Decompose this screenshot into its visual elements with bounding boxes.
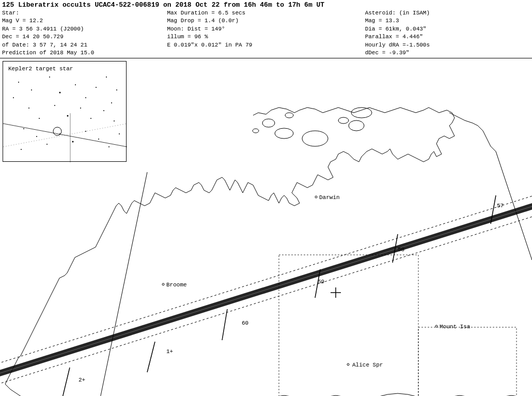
svg-point-39 xyxy=(285,113,293,118)
svg-point-15 xyxy=(90,118,91,119)
svg-point-16 xyxy=(103,110,104,111)
svg-point-9 xyxy=(116,89,117,90)
svg-line-49 xyxy=(147,342,155,372)
svg-line-43 xyxy=(0,214,532,387)
asteroid-ddec: dDec = -9.39" xyxy=(365,49,530,57)
svg-point-27 xyxy=(13,97,14,98)
svg-text:Darwin: Darwin xyxy=(319,194,340,201)
svg-point-12 xyxy=(54,105,55,106)
svg-point-11 xyxy=(39,118,40,119)
star-prediction: Prediction of 2018 May 15.0 xyxy=(2,49,167,57)
svg-point-26 xyxy=(119,133,120,134)
asteroid-dra: Hourly dRA =-1.500s xyxy=(365,41,530,49)
svg-point-35 xyxy=(262,119,275,127)
svg-point-28 xyxy=(21,149,22,150)
svg-point-36 xyxy=(349,120,364,131)
inset-box: Kepler2 target star xyxy=(3,61,127,162)
inset-svg xyxy=(3,62,127,162)
map-area: Kepler2 target star xyxy=(0,58,532,396)
svg-text:2+: 2+ xyxy=(79,377,85,383)
svg-text:59: 59 xyxy=(318,279,324,285)
svg-point-57 xyxy=(315,196,317,198)
svg-point-4 xyxy=(75,84,76,85)
svg-point-25 xyxy=(108,146,109,147)
star-ra: RA = 3 56 3.4911 (J2000) xyxy=(2,25,167,33)
svg-point-22 xyxy=(72,141,74,143)
info-col-star: Star: Mag V = 12.2 RA = 3 56 3.4911 (J20… xyxy=(2,9,167,57)
header: 125 Liberatrix occults UCAC4-522-006819 … xyxy=(0,0,532,58)
svg-text:1+: 1+ xyxy=(166,348,173,355)
svg-point-23 xyxy=(85,131,86,132)
star-dec: Dec = 14 20 50.729 xyxy=(2,33,167,41)
title: 125 Liberatrix occults UCAC4-522-006819 … xyxy=(2,1,530,9)
svg-text:57: 57 xyxy=(497,203,504,209)
svg-text:60: 60 xyxy=(242,320,248,326)
svg-point-40 xyxy=(253,129,259,133)
svg-point-3 xyxy=(59,92,61,94)
svg-point-13 xyxy=(67,115,69,117)
svg-point-8 xyxy=(111,102,112,103)
asteroid-parallax: Parallax = 4.446" xyxy=(365,33,530,41)
svg-point-18 xyxy=(23,128,24,129)
mag-drop: Mag Drop = 1.4 (0.0r) xyxy=(167,17,365,25)
svg-rect-56 xyxy=(418,327,517,396)
star-mag: Mag V = 12.2 xyxy=(2,17,167,25)
svg-point-14 xyxy=(80,108,81,109)
asteroid-label: Asteroid: (in ISAM) xyxy=(365,9,530,17)
asteroid-mag: Mag = 13.3 xyxy=(365,17,530,25)
illum: illum = 96 % xyxy=(167,33,365,41)
max-duration: Max Duration = 6.5 secs xyxy=(167,9,365,17)
svg-point-10 xyxy=(28,108,29,109)
asteroid-dia: Dia = 61km, 0.043" xyxy=(365,25,530,33)
info-col-asteroid: Asteroid: (in ISAM) Mag = 13.3 Dia = 61k… xyxy=(365,9,530,57)
svg-point-24 xyxy=(98,139,99,140)
svg-point-34 xyxy=(275,128,293,139)
svg-point-0 xyxy=(18,82,19,83)
svg-text:Alice Spr: Alice Spr xyxy=(352,362,383,368)
svg-point-59 xyxy=(162,283,164,285)
svg-point-33 xyxy=(302,131,328,146)
svg-point-61 xyxy=(435,325,437,327)
svg-text:Mount Isa: Mount Isa xyxy=(440,324,471,330)
svg-line-42 xyxy=(0,193,532,366)
svg-line-50 xyxy=(62,368,70,396)
svg-point-2 xyxy=(49,77,50,78)
info-grid: Star: Mag V = 12.2 RA = 3 56 3.4911 (J20… xyxy=(2,9,530,57)
svg-point-6 xyxy=(96,87,97,88)
svg-point-17 xyxy=(114,120,115,121)
moon-dist: Moon: Dist = 149° xyxy=(167,25,365,33)
svg-point-1 xyxy=(31,89,32,90)
star-ofdate: of Date: 3 57 7, 14 24 21 xyxy=(2,41,167,49)
svg-point-37 xyxy=(338,117,349,124)
svg-text:58: 58 xyxy=(398,247,404,253)
info-col-event: Max Duration = 6.5 secs Mag Drop = 1.4 (… xyxy=(167,9,365,57)
svg-point-63 xyxy=(347,363,349,365)
svg-point-5 xyxy=(85,97,86,98)
svg-text:Broome: Broome xyxy=(166,282,187,288)
svg-point-20 xyxy=(46,144,48,145)
svg-point-7 xyxy=(106,77,107,78)
star-label: Star: xyxy=(2,9,167,17)
error-ellipse: E 0.019"x 0.012" in PA 79 xyxy=(167,41,365,49)
svg-point-19 xyxy=(36,136,37,137)
